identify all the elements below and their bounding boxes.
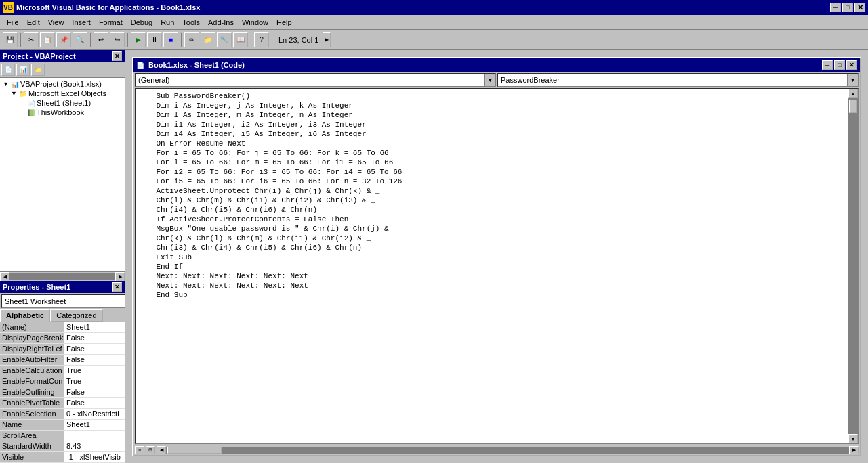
prop-row-enablepivottable: EnablePivotTable False — [0, 398, 125, 409]
procedure-dropdown-text: PasswordBreaker — [498, 76, 847, 84]
procedure-dropdown-arrow[interactable]: ▼ — [847, 74, 858, 86]
code-hscrollbar: ≡ ⊟ ◀ ▶ — [135, 445, 859, 455]
scroll-left-arrow[interactable]: ◀ — [157, 446, 166, 454]
code-vscrollbar: ▲ ▼ — [848, 89, 858, 443]
vscroll-down[interactable]: ▼ — [848, 434, 858, 443]
prop-value-10 — [64, 431, 125, 441]
prop-name-4: EnableCalculation — [0, 366, 64, 376]
help-button[interactable]: ? — [254, 32, 269, 47]
vscroll-up[interactable]: ▲ — [848, 89, 858, 98]
menu-debug[interactable]: Debug — [127, 17, 157, 28]
project-panel-title: Project - VBAProject ✕ — [0, 50, 125, 62]
scroll-right-arrow[interactable]: ▶ — [849, 446, 859, 454]
menu-bar: File Edit View Insert Format Debug Run T… — [0, 15, 868, 30]
find-button[interactable]: 🔍 — [73, 32, 87, 47]
view-full-button[interactable]: ⊟ — [146, 446, 155, 454]
object-selector: Sheet1 Worksheet ▼ — [0, 293, 125, 309]
general-dropdown-text: (General) — [136, 76, 484, 84]
menu-edit[interactable]: Edit — [23, 17, 44, 28]
code-text[interactable]: Sub PasswordBreaker() Dim i As Integer, … — [136, 89, 848, 443]
sheet-icon: 📄 — [27, 100, 35, 107]
tree-item-excel-objects[interactable]: ▼ 📁 Microsoft Excel Objects — [1, 89, 123, 98]
menu-tools[interactable]: Tools — [178, 17, 204, 28]
cut-button[interactable]: ✂ — [24, 32, 39, 47]
app-icon: VB — [3, 2, 14, 13]
minimize-button[interactable]: ─ — [830, 3, 841, 12]
menu-run[interactable]: Run — [157, 17, 178, 28]
tree-item-vbaproject[interactable]: ▼ 📊 VBAProject (Book1.xlsx) — [1, 79, 123, 89]
prop-row-name: (Name) Sheet1 — [0, 322, 125, 333]
run-button[interactable]: ▶ — [131, 32, 146, 47]
prop-row-namesheet: Name Sheet1 — [0, 420, 125, 431]
project-tree: ▼ 📊 VBAProject (Book1.xlsx) ▼ 📁 Microsof… — [0, 78, 125, 271]
prop-name-3: EnableAutoFilter — [0, 355, 64, 365]
menu-insert[interactable]: Insert — [68, 17, 95, 28]
project-hscroll: ◀ ▶ — [0, 271, 125, 281]
menu-window[interactable]: Window — [238, 17, 272, 28]
code-close-button[interactable]: ✕ — [846, 60, 857, 70]
paste-button[interactable]: 📌 — [56, 32, 71, 47]
prop-row-displayrighttolef: DisplayRightToLef False — [0, 344, 125, 355]
separator-4 — [181, 33, 182, 47]
view-code-button[interactable]: 📄 — [1, 64, 15, 76]
pause-button[interactable]: ⏸ — [147, 32, 162, 47]
general-dropdown[interactable]: (General) ▼ — [135, 73, 496, 87]
separator-2 — [90, 33, 91, 47]
expand-icon: ▼ — [11, 90, 18, 97]
properties-close-button[interactable]: ✕ — [112, 282, 122, 292]
general-dropdown-arrow[interactable]: ▼ — [484, 74, 495, 86]
redo-button[interactable]: ↪ — [110, 32, 125, 47]
prop-value-5: True — [64, 376, 125, 387]
code-window: 📄 Book1.xlsx - Sheet1 (Code) ─ □ ✕ (Gene… — [132, 57, 861, 456]
menu-help[interactable]: Help — [272, 17, 296, 28]
tree-item-sheet1[interactable]: 📄 Sheet1 (Sheet1) — [1, 98, 123, 108]
code-title-controls: ─ □ ✕ — [822, 60, 857, 70]
prop-row-scrollarea: ScrollArea — [0, 431, 125, 441]
properties-button[interactable]: 🔧 — [217, 32, 232, 47]
prop-name-9: Name — [0, 420, 64, 430]
menu-format[interactable]: Format — [95, 17, 127, 28]
copy-button[interactable]: 📋 — [40, 32, 55, 47]
menu-file[interactable]: File — [3, 17, 23, 28]
vscroll-thumb[interactable] — [849, 100, 857, 113]
prop-name-1: DisplayPageBreak — [0, 333, 64, 343]
stop-button[interactable]: ■ — [163, 32, 178, 47]
prop-row-enableautofilter: EnableAutoFilter False — [0, 355, 125, 366]
hscroll-track[interactable] — [9, 273, 115, 280]
object-browser-button[interactable]: 📖 — [233, 32, 248, 47]
toggle-folders-button[interactable]: 📁 — [31, 64, 45, 76]
toolbar: 💾 ✂ 📋 📌 🔍 ↩ ↪ ▶ ⏸ ■ ✏ 📁 🔧 📖 ? Ln 23, Col… — [0, 30, 868, 50]
app-title: Microsoft Visual Basic for Applications … — [16, 3, 830, 12]
project-close-button[interactable]: ✕ — [112, 51, 122, 61]
tree-item-thisworkbook[interactable]: 📗 ThisWorkbook — [1, 108, 123, 117]
prop-value-0: Sheet1 — [64, 322, 125, 332]
menu-view[interactable]: View — [44, 17, 68, 28]
code-minimize-button[interactable]: ─ — [822, 60, 833, 70]
tab-alphabetic[interactable]: Alphabetic — [0, 309, 50, 322]
hscroll-track[interactable] — [166, 447, 849, 454]
hscroll-right[interactable]: ▶ — [115, 272, 125, 282]
hscroll-thumb[interactable] — [167, 447, 222, 454]
close-button[interactable]: ✕ — [854, 3, 865, 12]
code-maximize-button[interactable]: □ — [834, 60, 845, 70]
tab-categorized[interactable]: Categorized — [50, 309, 102, 322]
prop-name-6: EnableOutlining — [0, 387, 64, 397]
save-button[interactable]: 💾 — [3, 32, 18, 47]
menu-addins[interactable]: Add-Ins — [204, 17, 238, 28]
prop-name-11: StandardWidth — [0, 441, 64, 451]
view-proc-button[interactable]: ≡ — [135, 446, 144, 454]
project-explorer-button[interactable]: 📁 — [201, 32, 215, 47]
properties-title: Properties - Sheet1 ✕ — [0, 281, 125, 293]
workbook-icon: 📗 — [27, 109, 35, 116]
left-panel: Project - VBAProject ✕ 📄 📊 📁 ▼ 📊 VBAProj… — [0, 50, 125, 463]
undo-button[interactable]: ↩ — [94, 32, 108, 47]
hscroll-left[interactable]: ◀ — [0, 272, 9, 282]
toolbar-scroll-right[interactable]: ▶ — [323, 32, 331, 47]
design-mode-button[interactable]: ✏ — [184, 32, 199, 47]
props-tabs: Alphabetic Categorized — [0, 309, 125, 322]
procedure-dropdown[interactable]: PasswordBreaker ▼ — [497, 73, 859, 87]
view-object-button[interactable]: 📊 — [16, 64, 30, 76]
code-toolbar: (General) ▼ PasswordBreaker ▼ — [133, 72, 860, 88]
maximize-button[interactable]: □ — [842, 3, 853, 12]
vscroll-track[interactable] — [848, 98, 858, 434]
